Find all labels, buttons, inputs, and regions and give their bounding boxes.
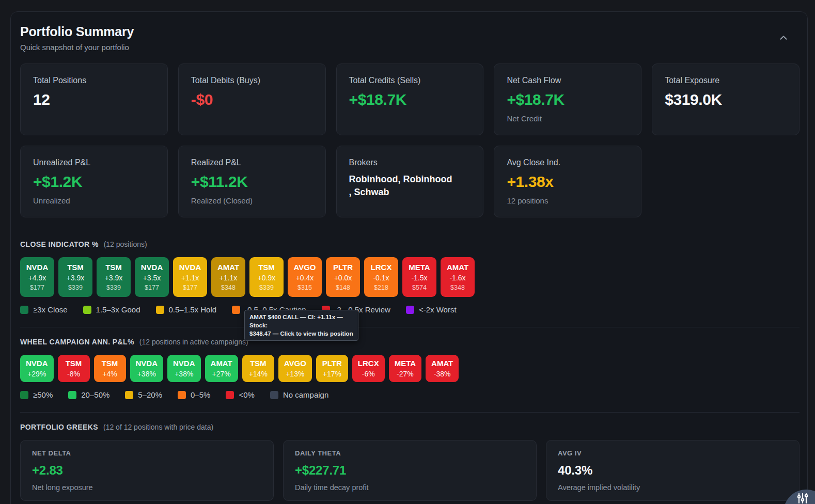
stat-label: Avg Close Ind. <box>507 158 629 167</box>
tooltip-line: AMAT $400 CALL — CI: +1.11x — Stock: <box>249 313 353 329</box>
position-tile[interactable]: AVGO+0.4x$315 <box>288 257 322 297</box>
position-tile[interactable]: TSM+3.9x$339 <box>97 257 131 297</box>
position-tile[interactable]: LRCX-6% <box>352 355 385 382</box>
greek-card: AVG IV40.3%Average implied volatility <box>546 440 800 501</box>
legend-label: ≥50% <box>33 390 53 399</box>
tile-price: $177 <box>30 285 44 291</box>
stat-label: Net Cash Flow <box>507 76 629 85</box>
tile-value: +0.0x <box>334 274 352 281</box>
stat-card: Realized P&L+$11.2KRealized (Closed) <box>178 146 326 217</box>
legend-item: 5–20% <box>125 390 162 399</box>
greek-value: +2.83 <box>32 463 262 478</box>
tile-value: +17% <box>323 370 341 377</box>
position-tile[interactable]: AMAT+1.1x$348 <box>211 257 245 297</box>
legend-swatch <box>20 306 28 314</box>
position-tile[interactable]: NVDA+29% <box>20 355 54 382</box>
position-tile[interactable]: NVDA+1.1x$177 <box>173 257 207 297</box>
stat-label: Realized P&L <box>191 158 313 167</box>
tile-value: +3.5x <box>143 274 161 281</box>
greek-value: 40.3% <box>558 463 788 478</box>
greek-value: +$227.71 <box>295 463 525 478</box>
position-tile[interactable]: AVGO+13% <box>278 355 312 382</box>
position-tile[interactable]: NVDA+38% <box>167 355 201 382</box>
position-tile[interactable]: TSM+4% <box>94 355 126 382</box>
stat-card: Unrealized P&L+$1.2KUnrealized <box>20 146 168 217</box>
legend-item: 1.5–3x Good <box>83 305 140 314</box>
tile-ticker: AVGO <box>293 263 316 271</box>
legend-swatch <box>20 391 28 399</box>
tile-ticker: NVDA <box>141 263 163 271</box>
tile-price: $218 <box>374 285 388 291</box>
legend-swatch <box>68 391 76 399</box>
position-tile[interactable]: TSM-8% <box>58 355 90 382</box>
legend-label: 0.5–1.5x Hold <box>169 305 217 314</box>
legend-label: ≥3x Close <box>33 305 68 314</box>
legend-label: 5–20% <box>138 390 162 399</box>
greek-label: DAILY THETA <box>295 449 525 457</box>
stat-value: +$1.2K <box>33 173 155 191</box>
stat-card: Total Credits (Sells)+$18.7K <box>336 64 484 135</box>
stat-value: $319.0K <box>665 91 787 108</box>
tile-value: +38% <box>137 370 156 377</box>
position-tile[interactable]: TSM+14% <box>242 355 274 382</box>
tile-ticker: NVDA <box>173 359 195 367</box>
tile-ticker: META <box>395 359 416 367</box>
tile-value: +27% <box>212 370 231 377</box>
tile-value: +0.4x <box>296 274 314 281</box>
section-title: PORTFOLIO GREEKS <box>20 423 98 431</box>
stat-card: Net Cash Flow+$18.7KNet Credit <box>494 64 641 135</box>
portfolio-greeks-heading: PORTFOLIO GREEKS (12 of 12 positions wit… <box>20 423 800 431</box>
section-divider <box>20 327 800 327</box>
position-tile[interactable]: PLTR+0.0x$148 <box>326 257 360 297</box>
legend-item: <0% <box>226 390 254 399</box>
position-tile[interactable]: NVDA+4.9x$177 <box>20 257 54 297</box>
stat-sub: 12 positions <box>507 196 629 205</box>
greeks-grid: NET DELTA+2.83Net long exposureDAILY THE… <box>20 440 800 501</box>
greek-sub: Net long exposure <box>32 483 262 492</box>
position-tile[interactable]: AMAT-1.6x$348 <box>441 257 475 297</box>
tile-ticker: TSM <box>66 359 82 367</box>
legend-swatch <box>270 391 278 399</box>
tile-value: +3.9x <box>105 274 123 281</box>
stat-label: Total Credits (Sells) <box>349 76 471 85</box>
stat-label: Total Debits (Buys) <box>191 76 313 85</box>
position-tile[interactable]: LRCX-0.1x$218 <box>364 257 398 297</box>
tile-price: $177 <box>145 285 159 291</box>
stat-value: Robinhood, Robinhood , Schwab <box>349 173 471 199</box>
tile-ticker: NVDA <box>136 359 158 367</box>
section-count-note: (12 positions) <box>104 240 147 248</box>
stat-sub: Net Credit <box>507 114 629 123</box>
tile-value: +29% <box>27 370 46 377</box>
wheel-campaign-legend: ≥50%20–50%5–20%0–5%<0%No campaign <box>20 390 800 399</box>
greek-sub: Average implied volatility <box>558 483 788 492</box>
position-tile[interactable]: NVDA+3.5x$177 <box>135 257 169 297</box>
section-title: WHEEL CAMPAIGN ANN. P&L% <box>20 338 134 346</box>
stat-card: Total Exposure$319.0K <box>652 64 800 135</box>
tile-value: +1.1x <box>181 274 199 281</box>
position-tile[interactable]: NVDA+38% <box>130 355 164 382</box>
section-count-note: (12 positions in active campaigns) <box>139 338 248 346</box>
legend-swatch <box>83 306 91 314</box>
close-indicator-tiles: NVDA+4.9x$177TSM+3.9x$339TSM+3.9x$339NVD… <box>20 257 800 297</box>
position-tile[interactable]: PLTR+17% <box>316 355 348 382</box>
tile-value: -27% <box>397 370 414 377</box>
position-tile[interactable]: META-27% <box>389 355 421 382</box>
legend-swatch <box>125 391 133 399</box>
tile-ticker: TSM <box>105 263 122 271</box>
tile-ticker: NVDA <box>26 263 49 271</box>
collapse-panel-button[interactable] <box>777 32 790 45</box>
tile-value: +14% <box>249 370 268 377</box>
position-tile[interactable]: AMAT+27% <box>205 355 238 382</box>
position-tile[interactable]: TSM+0.9x$339 <box>249 257 284 297</box>
legend-label: <0% <box>239 390 254 399</box>
portfolio-summary-panel: Portfolio Summary Quick snapshot of your… <box>10 11 808 504</box>
section-title: CLOSE INDICATOR % <box>20 240 99 248</box>
position-tile[interactable]: AMAT-38% <box>426 355 459 382</box>
tile-value: -38% <box>434 370 451 377</box>
position-tile[interactable]: TSM+3.9x$339 <box>58 257 92 297</box>
position-tile[interactable]: META-1.5x$574 <box>402 257 436 297</box>
tile-ticker: LRCX <box>358 359 379 367</box>
close-indicator-legend: AMAT $400 CALL — CI: +1.11x — Stock: $34… <box>20 305 800 314</box>
greek-sub: Daily time decay profit <box>295 483 525 492</box>
tile-price: $348 <box>221 285 236 291</box>
